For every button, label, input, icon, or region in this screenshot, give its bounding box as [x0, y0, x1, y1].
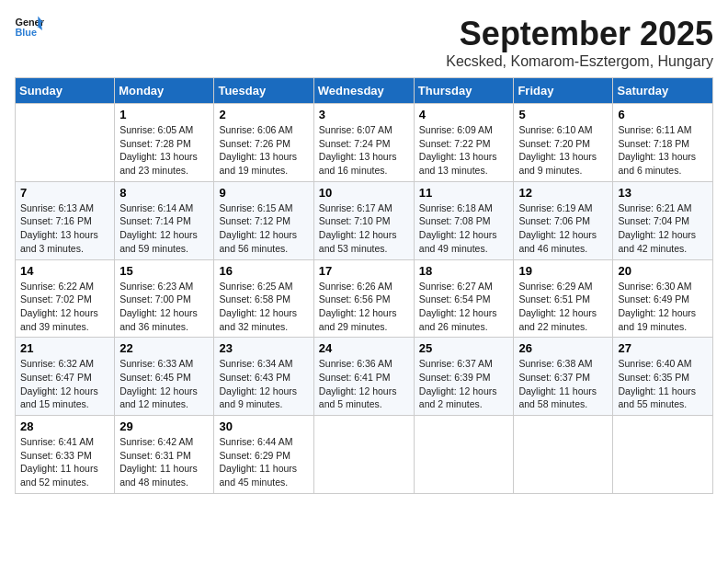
day-info: Sunrise: 6:21 AMSunset: 7:04 PMDaylight:…: [618, 201, 708, 256]
day-info: Sunrise: 6:07 AMSunset: 7:24 PMDaylight:…: [319, 123, 409, 178]
day-info: Sunrise: 6:11 AMSunset: 7:18 PMDaylight:…: [618, 123, 708, 178]
calendar-cell: 5Sunrise: 6:10 AMSunset: 7:20 PMDaylight…: [514, 104, 613, 182]
weekday-header: Friday: [514, 78, 613, 104]
day-number: 20: [618, 264, 708, 278]
day-info: Sunrise: 6:10 AMSunset: 7:20 PMDaylight:…: [518, 123, 608, 178]
day-number: 25: [419, 341, 509, 355]
day-number: 23: [219, 341, 308, 355]
calendar-cell: 25Sunrise: 6:37 AMSunset: 6:39 PMDayligh…: [414, 338, 514, 416]
day-info: Sunrise: 6:06 AMSunset: 7:26 PMDaylight:…: [219, 123, 308, 178]
day-info: Sunrise: 6:40 AMSunset: 6:35 PMDaylight:…: [618, 357, 708, 411]
calendar-week-row: 7Sunrise: 6:13 AMSunset: 7:16 PMDaylight…: [16, 181, 713, 259]
calendar-cell: 17Sunrise: 6:26 AMSunset: 6:56 PMDayligh…: [313, 259, 414, 338]
calendar-week-row: 28Sunrise: 6:41 AMSunset: 6:33 PMDayligh…: [16, 416, 713, 494]
day-number: 11: [419, 186, 509, 200]
calendar-cell: 28Sunrise: 6:41 AMSunset: 6:33 PMDayligh…: [16, 416, 115, 494]
calendar-cell: 6Sunrise: 6:11 AMSunset: 7:18 PMDaylight…: [613, 104, 713, 182]
calendar-cell: 22Sunrise: 6:33 AMSunset: 6:45 PMDayligh…: [115, 338, 214, 416]
logo: General Blue: [15, 15, 44, 40]
calendar-cell: 1Sunrise: 6:05 AMSunset: 7:28 PMDaylight…: [115, 104, 214, 182]
calendar-week-row: 1Sunrise: 6:05 AMSunset: 7:28 PMDaylight…: [16, 104, 713, 182]
day-number: 3: [319, 108, 409, 121]
calendar-cell: 2Sunrise: 6:06 AMSunset: 7:26 PMDaylight…: [214, 104, 313, 182]
day-info: Sunrise: 6:32 AMSunset: 6:47 PMDaylight:…: [20, 357, 109, 411]
calendar-cell: 9Sunrise: 6:15 AMSunset: 7:12 PMDaylight…: [214, 181, 313, 259]
day-info: Sunrise: 6:19 AMSunset: 7:06 PMDaylight:…: [518, 201, 608, 256]
calendar-cell: 11Sunrise: 6:18 AMSunset: 7:08 PMDayligh…: [414, 181, 514, 259]
day-info: Sunrise: 6:36 AMSunset: 6:41 PMDaylight:…: [319, 357, 409, 411]
title-area: September 2025 Kecsked, Komarom-Esztergo…: [446, 15, 713, 70]
day-info: Sunrise: 6:42 AMSunset: 6:31 PMDaylight:…: [119, 435, 209, 489]
day-info: Sunrise: 6:44 AMSunset: 6:29 PMDaylight:…: [219, 435, 308, 489]
calendar-cell: 30Sunrise: 6:44 AMSunset: 6:29 PMDayligh…: [214, 416, 313, 494]
weekday-header: Wednesday: [313, 78, 414, 104]
calendar-cell: 20Sunrise: 6:30 AMSunset: 6:49 PMDayligh…: [613, 259, 713, 338]
day-number: 13: [618, 186, 708, 200]
calendar-week-row: 14Sunrise: 6:22 AMSunset: 7:02 PMDayligh…: [16, 259, 713, 338]
calendar-cell: 15Sunrise: 6:23 AMSunset: 7:00 PMDayligh…: [115, 259, 214, 338]
day-number: 28: [20, 419, 109, 433]
day-number: 16: [219, 264, 308, 278]
day-info: Sunrise: 6:13 AMSunset: 7:16 PMDaylight:…: [20, 201, 109, 256]
day-number: 22: [119, 341, 209, 355]
day-info: Sunrise: 6:18 AMSunset: 7:08 PMDaylight:…: [419, 201, 509, 256]
logo-icon: General Blue: [15, 15, 44, 40]
calendar-cell: [313, 416, 414, 494]
day-info: Sunrise: 6:30 AMSunset: 6:49 PMDaylight:…: [618, 280, 708, 334]
svg-text:Blue: Blue: [15, 27, 37, 38]
day-number: 7: [20, 186, 109, 200]
day-number: 30: [219, 419, 308, 433]
weekday-header: Tuesday: [214, 78, 313, 104]
calendar-cell: [16, 104, 115, 182]
day-number: 5: [518, 108, 608, 121]
calendar-week-row: 21Sunrise: 6:32 AMSunset: 6:47 PMDayligh…: [16, 338, 713, 416]
day-number: 24: [319, 341, 409, 355]
day-info: Sunrise: 6:17 AMSunset: 7:10 PMDaylight:…: [319, 201, 409, 256]
location-title: Kecsked, Komarom-Esztergom, Hungary: [446, 53, 713, 70]
month-title: September 2025: [446, 15, 713, 53]
day-number: 9: [219, 186, 308, 200]
day-number: 15: [119, 264, 209, 278]
day-info: Sunrise: 6:22 AMSunset: 7:02 PMDaylight:…: [20, 280, 109, 334]
day-info: Sunrise: 6:38 AMSunset: 6:37 PMDaylight:…: [518, 357, 608, 411]
day-info: Sunrise: 6:23 AMSunset: 7:00 PMDaylight:…: [119, 280, 209, 334]
weekday-header-row: SundayMondayTuesdayWednesdayThursdayFrid…: [16, 78, 713, 104]
day-info: Sunrise: 6:14 AMSunset: 7:14 PMDaylight:…: [119, 201, 209, 256]
weekday-header: Saturday: [613, 78, 713, 104]
calendar-cell: 4Sunrise: 6:09 AMSunset: 7:22 PMDaylight…: [414, 104, 514, 182]
day-info: Sunrise: 6:37 AMSunset: 6:39 PMDaylight:…: [419, 357, 509, 411]
calendar-cell: 8Sunrise: 6:14 AMSunset: 7:14 PMDaylight…: [115, 181, 214, 259]
page-header: General Blue September 2025 Kecsked, Kom…: [15, 15, 713, 70]
day-number: 27: [618, 341, 708, 355]
day-number: 4: [419, 108, 509, 121]
calendar-cell: 12Sunrise: 6:19 AMSunset: 7:06 PMDayligh…: [514, 181, 613, 259]
weekday-header: Sunday: [16, 78, 115, 104]
day-number: 1: [119, 108, 209, 121]
day-number: 6: [618, 108, 708, 121]
calendar-cell: [613, 416, 713, 494]
calendar-cell: 16Sunrise: 6:25 AMSunset: 6:58 PMDayligh…: [214, 259, 313, 338]
day-info: Sunrise: 6:09 AMSunset: 7:22 PMDaylight:…: [419, 123, 509, 178]
calendar-cell: 3Sunrise: 6:07 AMSunset: 7:24 PMDaylight…: [313, 104, 414, 182]
day-number: 29: [119, 419, 209, 433]
calendar-cell: 29Sunrise: 6:42 AMSunset: 6:31 PMDayligh…: [115, 416, 214, 494]
day-info: Sunrise: 6:15 AMSunset: 7:12 PMDaylight:…: [219, 201, 308, 256]
day-info: Sunrise: 6:05 AMSunset: 7:28 PMDaylight:…: [119, 123, 209, 178]
day-number: 2: [219, 108, 308, 121]
calendar-cell: 19Sunrise: 6:29 AMSunset: 6:51 PMDayligh…: [514, 259, 613, 338]
day-info: Sunrise: 6:29 AMSunset: 6:51 PMDaylight:…: [518, 280, 608, 334]
day-info: Sunrise: 6:25 AMSunset: 6:58 PMDaylight:…: [219, 280, 308, 334]
day-number: 21: [20, 341, 109, 355]
weekday-header: Thursday: [414, 78, 514, 104]
day-number: 19: [518, 264, 608, 278]
calendar-cell: 7Sunrise: 6:13 AMSunset: 7:16 PMDaylight…: [16, 181, 115, 259]
day-info: Sunrise: 6:26 AMSunset: 6:56 PMDaylight:…: [319, 280, 409, 334]
day-number: 14: [20, 264, 109, 278]
weekday-header: Monday: [115, 78, 214, 104]
calendar-cell: 26Sunrise: 6:38 AMSunset: 6:37 PMDayligh…: [514, 338, 613, 416]
calendar-cell: [414, 416, 514, 494]
calendar-cell: 18Sunrise: 6:27 AMSunset: 6:54 PMDayligh…: [414, 259, 514, 338]
calendar-cell: 10Sunrise: 6:17 AMSunset: 7:10 PMDayligh…: [313, 181, 414, 259]
day-number: 18: [419, 264, 509, 278]
calendar-cell: 24Sunrise: 6:36 AMSunset: 6:41 PMDayligh…: [313, 338, 414, 416]
